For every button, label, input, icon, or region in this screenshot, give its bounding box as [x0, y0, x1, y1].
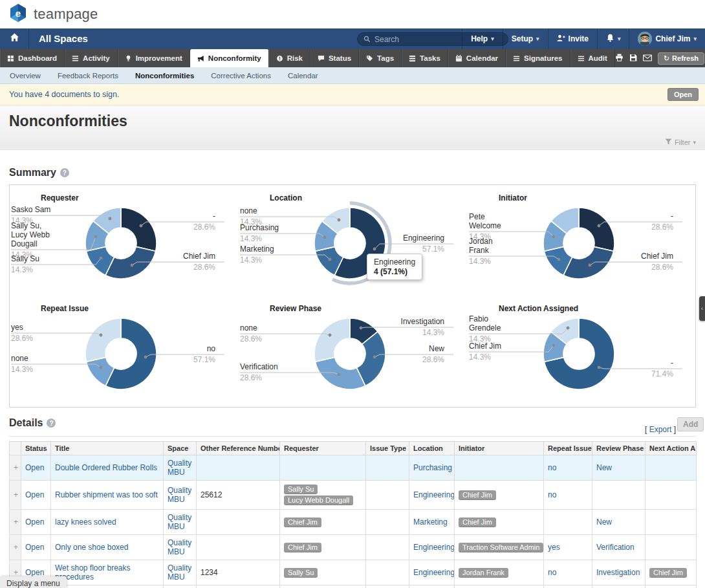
expand-row-button[interactable]: +	[10, 510, 21, 535]
status-cell-link[interactable]: Open	[25, 463, 44, 472]
tab-risk[interactable]: Risk	[269, 49, 310, 67]
tab-dashboard[interactable]: Dashboard	[0, 49, 65, 67]
expand-row-button[interactable]: +	[10, 535, 21, 560]
tab-nonconformity[interactable]: Nonconformity	[190, 49, 269, 67]
user-badge[interactable]: Lucy Webb Dougall	[284, 495, 353, 505]
column-header-location[interactable]: Location	[409, 442, 455, 455]
export-link[interactable]: Export	[649, 425, 672, 434]
donut-slice--[interactable]	[121, 208, 157, 251]
column-header-status[interactable]: Status	[21, 442, 51, 455]
review-phase-cell-link[interactable]: New	[596, 517, 612, 527]
expand-row-button[interactable]: +	[10, 455, 21, 481]
user-badge[interactable]: Chief Jim	[459, 490, 496, 500]
user-badge[interactable]: Traction Software Admin	[459, 543, 543, 552]
repeat-issue-cell-link[interactable]: no	[548, 490, 556, 499]
user-badge[interactable]: Jordan Frank	[459, 568, 508, 578]
setup-menu[interactable]: Setup▾	[503, 28, 548, 49]
column-header-next-action-assigned[interactable]: Next Action Assigned	[645, 442, 697, 455]
column-header-title[interactable]: Title	[51, 442, 164, 455]
title-cell-link[interactable]: lazy knees solved	[55, 517, 116, 527]
callout-percent: 14.3%	[240, 256, 262, 265]
donut-slice-chief-jim[interactable]	[105, 246, 156, 279]
location-cell-link[interactable]: Engineering	[413, 568, 455, 577]
sidebar-collapse-handle[interactable]: ‹	[699, 296, 705, 321]
subtab-corrective-actions[interactable]: Corrective Actions	[202, 72, 279, 80]
repeat-issue-cell-link[interactable]: yes	[548, 543, 560, 552]
column-header-review-phase[interactable]: Review Phase	[592, 442, 645, 455]
callout-label: -	[213, 212, 215, 221]
user-badge[interactable]: Chief Jim	[649, 568, 687, 578]
status-cell-link[interactable]: Open	[25, 517, 44, 527]
space-cell-link[interactable]: Quality MBU	[168, 459, 191, 477]
tab-audit[interactable]: Audit	[570, 49, 615, 67]
invite-button[interactable]: Invite	[548, 28, 597, 49]
table-row: +OpenWet shop floor breaks proceduresQua…	[10, 560, 697, 585]
title-cell-link[interactable]: Rubber shipment was too soft	[55, 490, 158, 499]
space-cell-link[interactable]: Quality MBU	[168, 538, 191, 556]
status-cell-link[interactable]: Open	[25, 543, 44, 552]
tab-calendar[interactable]: Calendar	[448, 49, 506, 67]
column-header-initiator[interactable]: Initiator	[455, 442, 544, 455]
help-menu[interactable]: Help▾	[462, 28, 503, 49]
space-cell-link[interactable]: Quality MBU	[168, 563, 191, 582]
user-badge[interactable]: Chief Jim	[284, 543, 321, 552]
add-button[interactable]: Add	[677, 417, 704, 431]
filter-dropdown[interactable]: Filter ▾	[665, 138, 696, 146]
user-badge[interactable]: Chief Jim	[284, 517, 321, 527]
help-icon[interactable]: ?	[47, 419, 56, 428]
space-cell-link[interactable]: Quality MBU	[168, 513, 191, 531]
user-badge[interactable]: Sally Su	[284, 485, 318, 494]
location-cell-link[interactable]: Purchasing	[413, 463, 452, 472]
donut-slice--[interactable]	[579, 208, 614, 251]
help-icon[interactable]: ?	[60, 168, 69, 177]
expand-row-button[interactable]: +	[10, 481, 21, 510]
tags-icon	[366, 55, 373, 62]
repeat-issue-cell-link[interactable]: no	[548, 568, 556, 577]
column-header-issue-type[interactable]: Issue Type	[366, 442, 409, 455]
subtab-overview[interactable]: Overview	[1, 72, 49, 80]
callout-dot	[598, 366, 601, 369]
review-phase-cell-link[interactable]: Verification	[596, 543, 634, 552]
donut-slice-chief-jim[interactable]	[563, 246, 614, 279]
space-cell-link[interactable]: Quality MBU	[168, 486, 191, 504]
title-cell-link[interactable]: Double Ordered Rubber Rolls	[55, 463, 157, 472]
repeat-issue-cell-link[interactable]: no	[548, 463, 556, 472]
mail-icon[interactable]	[643, 52, 652, 64]
user-menu[interactable]: Chief Jim ▾	[629, 28, 705, 49]
home-button[interactable]	[0, 28, 29, 49]
review-phase-cell-link[interactable]: New	[596, 463, 612, 472]
donut-slice-none[interactable]	[314, 318, 350, 362]
location-cell-link[interactable]: Marketing	[413, 517, 448, 527]
location-cell-link[interactable]: Engineering	[413, 543, 455, 552]
column-header-requester[interactable]: Requester	[280, 442, 366, 455]
tab-tasks[interactable]: Tasks	[402, 49, 448, 67]
title-cell: Rubber shipment was too soft	[51, 481, 164, 510]
subtab-nonconformities[interactable]: Nonconformities	[127, 72, 202, 80]
save-icon[interactable]	[629, 52, 637, 64]
column-header-space[interactable]: Space	[164, 442, 197, 455]
column-header-repeat-issue[interactable]: Repeat Issue	[544, 442, 592, 455]
open-documents-button[interactable]: Open	[667, 88, 699, 101]
tab-status[interactable]: Status	[310, 49, 359, 67]
title-cell-link[interactable]: Only one shoe boxed	[55, 543, 128, 552]
status-cell-link[interactable]: Open	[25, 568, 44, 577]
user-badge[interactable]: Sally Su	[284, 568, 318, 578]
notifications-menu[interactable]: ▾	[597, 28, 629, 49]
user-badge[interactable]: Chief Jim	[459, 517, 496, 527]
repeat-issue-cell: no	[544, 585, 592, 588]
column-header-other-reference-number[interactable]: Other Reference Number	[197, 442, 280, 455]
donut-slice-verification[interactable]	[315, 357, 365, 389]
status-cell-link[interactable]: Open	[25, 490, 44, 499]
tab-signatures[interactable]: Signatures	[506, 49, 570, 67]
tab-activity[interactable]: Activity	[65, 49, 118, 67]
donut-slice-yes[interactable]	[85, 318, 121, 362]
subtab-feedback-reports[interactable]: Feedback Reports	[49, 72, 127, 80]
tab-tags[interactable]: Tags	[359, 49, 402, 67]
tab-improvement[interactable]: Improvement	[118, 49, 190, 67]
callout-percent: 28.6%	[240, 334, 262, 343]
print-icon[interactable]	[615, 52, 624, 64]
subtab-calendar[interactable]: Calendar	[279, 72, 327, 80]
location-cell-link[interactable]: Engineering	[413, 490, 455, 499]
refresh-button[interactable]: ↻Refresh	[658, 52, 704, 65]
review-phase-cell-link[interactable]: Investigation	[596, 568, 640, 577]
